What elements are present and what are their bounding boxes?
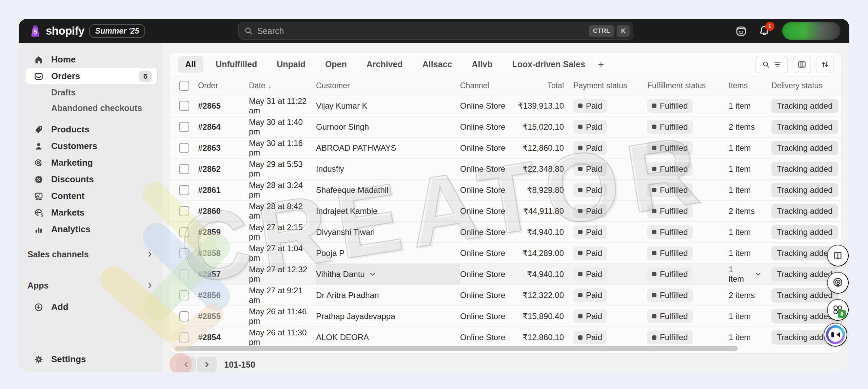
- customer-cell[interactable]: Gurnoor Singh: [316, 116, 460, 137]
- order-number[interactable]: #2855: [198, 306, 249, 327]
- order-number[interactable]: #2865: [198, 95, 249, 116]
- customer-cell[interactable]: Prathap Jayadevappa: [316, 306, 460, 327]
- row-checkbox[interactable]: [179, 101, 189, 111]
- customer-cell[interactable]: Shafeeque Madathil: [316, 180, 460, 200]
- next-page-button[interactable]: [197, 357, 217, 372]
- sidebar-section-apps[interactable]: Apps: [25, 278, 157, 293]
- order-number[interactable]: #2864: [198, 116, 249, 137]
- docs-help-button[interactable]: [827, 245, 849, 266]
- orders-filter-tab[interactable]: Open: [318, 56, 354, 73]
- orders-filter-tab[interactable]: Unfulfilled: [208, 56, 264, 73]
- global-search-input[interactable]: Search CTRL K: [238, 22, 633, 40]
- order-row[interactable]: #2858 May 27 at 1:04 pm Pooja P Online S…: [170, 243, 841, 264]
- notifications-button[interactable]: 1: [758, 25, 771, 37]
- customer-cell[interactable]: ALOK DEORA: [316, 327, 460, 348]
- horizontal-scrollbar[interactable]: [175, 346, 738, 351]
- order-row[interactable]: #2865 May 31 at 11:22 am Vijay Kumar K O…: [170, 95, 841, 116]
- row-checkbox[interactable]: [179, 227, 189, 237]
- column-header-channel[interactable]: Channel: [460, 81, 510, 90]
- chevron-down-icon[interactable]: [369, 271, 376, 278]
- sidebar-item-add-app[interactable]: Add: [25, 299, 157, 315]
- orders-filter-tab[interactable]: Unpaid: [269, 56, 313, 73]
- orders-filter-tab[interactable]: Allvb: [464, 56, 500, 73]
- sidebar-item-marketing[interactable]: Marketing: [25, 154, 157, 171]
- sidebar-item-customers[interactable]: Customers: [25, 138, 157, 154]
- release-badge[interactable]: Summer '25: [89, 24, 145, 38]
- sidebar-item-drafts[interactable]: Drafts: [25, 85, 157, 100]
- sidebar-item-settings[interactable]: Settings: [25, 351, 157, 368]
- sidebar-item-orders[interactable]: Orders 6: [25, 68, 157, 85]
- customer-cell[interactable]: Dr Aritra Pradhan: [316, 285, 460, 305]
- customer-cell[interactable]: Vihitha Dantu: [316, 264, 460, 284]
- row-checkbox[interactable]: [179, 332, 189, 342]
- select-all-checkbox[interactable]: [179, 81, 189, 91]
- column-header-fulfillment-status[interactable]: Fulfillment status: [638, 81, 719, 90]
- store-account-button[interactable]: [782, 22, 841, 40]
- order-number[interactable]: #2862: [198, 159, 249, 179]
- orders-filter-tab[interactable]: Allsacc: [415, 56, 460, 73]
- order-row[interactable]: #2859 May 27 at 2:15 pm Divyanshi Tiwari…: [170, 222, 841, 243]
- order-number[interactable]: #2854: [198, 327, 249, 348]
- orders-filter-tab[interactable]: All: [178, 56, 203, 73]
- customer-cell[interactable]: Indusfly: [316, 159, 460, 179]
- sidekick-assistant-icon[interactable]: [735, 25, 747, 37]
- sidebar-item-home[interactable]: Home: [25, 51, 157, 68]
- order-row[interactable]: #2860 May 28 at 8:42 am Indrajeet Kamble…: [170, 201, 841, 222]
- order-number[interactable]: #2863: [198, 137, 249, 158]
- row-checkbox[interactable]: [179, 248, 189, 258]
- sidebar-item-markets[interactable]: $ Markets: [25, 204, 157, 221]
- row-checkbox[interactable]: [179, 206, 189, 216]
- row-checkbox[interactable]: [179, 311, 189, 321]
- order-row[interactable]: #2861 May 28 at 3:24 pm Shafeeque Madath…: [170, 180, 841, 201]
- customer-cell[interactable]: ABROAD PATHWAYS: [316, 137, 460, 158]
- order-number[interactable]: #2857: [198, 264, 249, 284]
- orders-filter-tab[interactable]: Archived: [359, 56, 410, 73]
- row-checkbox[interactable]: [179, 164, 189, 174]
- support-broadcast-button[interactable]: [827, 272, 849, 294]
- row-checkbox[interactable]: [179, 185, 189, 195]
- order-row[interactable]: #2857 May 27 at 12:32 pm Vihitha Dantu O…: [170, 264, 841, 285]
- sidebar-item-content[interactable]: Content: [25, 188, 157, 204]
- search-and-filter-button[interactable]: [755, 56, 788, 73]
- connected-apps-button[interactable]: [827, 299, 849, 321]
- customer-cell[interactable]: Vijay Kumar K: [316, 95, 460, 116]
- column-header-customer[interactable]: Customer: [316, 81, 460, 90]
- row-checkbox[interactable]: [179, 143, 189, 153]
- edit-columns-button[interactable]: [793, 56, 811, 73]
- column-header-delivery-status[interactable]: Delivery status: [762, 81, 841, 90]
- previous-page-button[interactable]: [176, 357, 196, 372]
- column-header-order[interactable]: Order: [198, 81, 249, 90]
- column-header-payment-status[interactable]: Payment status: [564, 81, 638, 90]
- customer-cell[interactable]: Divyanshi Tiwari: [316, 222, 460, 242]
- add-view-button[interactable]: +: [593, 57, 610, 72]
- order-row[interactable]: #2864 May 30 at 1:40 pm Gurnoor Singh On…: [170, 116, 841, 137]
- order-number[interactable]: #2861: [198, 180, 249, 200]
- sidebar-item-products[interactable]: Products: [25, 121, 157, 138]
- order-number[interactable]: #2860: [198, 201, 249, 221]
- sidebar-item-abandoned-checkouts[interactable]: Abandoned checkouts: [25, 100, 157, 116]
- column-header-total[interactable]: Total: [510, 81, 564, 90]
- sidebar-section-sales-channels[interactable]: Sales channels: [25, 246, 157, 262]
- order-row[interactable]: #2854 May 26 at 11:30 pm ALOK DEORA Onli…: [170, 327, 841, 348]
- row-checkbox[interactable]: [179, 290, 189, 300]
- order-row[interactable]: #2862 May 29 at 5:53 pm Indusfly Online …: [170, 159, 841, 180]
- column-header-date[interactable]: Date ↓: [249, 81, 316, 90]
- order-row[interactable]: #2856 May 27 at 9:21 am Dr Aritra Pradha…: [170, 285, 841, 306]
- order-number[interactable]: #2856: [198, 285, 249, 305]
- sidekick-chat-button[interactable]: [824, 323, 847, 347]
- customer-cell[interactable]: Indrajeet Kamble: [316, 201, 460, 221]
- order-row[interactable]: #2855 May 26 at 11:46 pm Prathap Jayadev…: [170, 306, 841, 327]
- order-number[interactable]: #2859: [198, 222, 249, 242]
- sort-button[interactable]: [816, 56, 834, 73]
- sidebar-item-analytics[interactable]: Analytics: [25, 221, 157, 238]
- column-header-items[interactable]: Items: [719, 81, 762, 90]
- row-checkbox[interactable]: [179, 269, 189, 279]
- sidebar-item-discounts[interactable]: Discounts: [25, 171, 157, 188]
- order-row[interactable]: #2863 May 30 at 1:16 pm ABROAD PATHWAYS …: [170, 137, 841, 159]
- orders-filter-tab[interactable]: Loox-driven Sales: [505, 56, 592, 73]
- customer-cell[interactable]: Pooja P: [316, 243, 460, 263]
- row-checkbox[interactable]: [179, 122, 189, 132]
- shopify-logo[interactable]: S shopify: [29, 24, 84, 37]
- chevron-down-icon[interactable]: [754, 271, 762, 278]
- order-number[interactable]: #2858: [198, 243, 249, 263]
